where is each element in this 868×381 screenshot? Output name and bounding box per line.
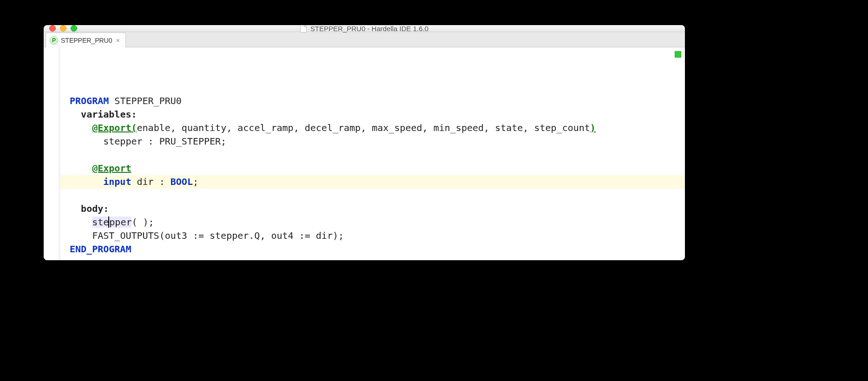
call-tail: ( ); [132,217,154,228]
minimize-window-button[interactable] [60,25,66,32]
close-tab-button[interactable]: × [115,37,120,44]
status-indicator-icon [675,51,681,58]
app-window: STEPPER_PRU0 - Hardella IDE 1.6.0 P STEP… [44,25,685,260]
zoom-window-button[interactable] [71,25,77,32]
selection-pre: ste [92,217,109,228]
keyword-end-program: END_PROGRAM [70,243,131,255]
titlebar: STEPPER_PRU0 - Hardella IDE 1.6.0 [44,25,685,32]
file-icon [300,25,307,33]
window-title-text: STEPPER_PRU0 - Hardella IDE 1.6.0 [310,25,428,33]
window-title: STEPPER_PRU0 - Hardella IDE 1.6.0 [44,25,685,33]
code-area[interactable]: PROGRAM STEPPER_PRU0 variables: @Export(… [60,47,685,260]
keyword-body: body: [81,203,109,214]
type-bool: BOOL [171,176,193,187]
editor-gutter [44,47,60,260]
tab-label: STEPPER_PRU0 [61,37,112,44]
annotation-export-2: @Export [92,163,131,174]
semicolon: ; [193,176,198,187]
annotation-export: @Export [92,122,131,133]
export-paren-open: ( [131,122,137,133]
selection-post: pper [109,217,132,228]
keyword-input: input [103,176,131,187]
keyword-program: PROGRAM [70,95,109,106]
program-name: STEPPER_PRU0 [109,95,182,106]
close-window-button[interactable] [49,25,56,32]
window-controls [44,25,77,32]
fast-outputs-call: FAST_OUTPUTS(out3 := stepper.Q, out4 := … [92,230,344,241]
export-args: enable, quantity, accel_ramp, decel_ramp… [137,122,590,133]
editor[interactable]: PROGRAM STEPPER_PRU0 variables: @Export(… [44,47,685,260]
keyword-variables: variables: [81,109,137,120]
var-stepper-decl: stepper : PRU_STEPPER; [103,136,226,147]
program-icon: P [50,36,58,45]
tab-bar: P STEPPER_PRU0 × [44,32,685,47]
var-dir-name: dir : [131,176,170,187]
editor-tab-stepper-pru0[interactable]: P STEPPER_PRU0 × [46,33,126,47]
export-paren-close: ) [590,122,596,133]
